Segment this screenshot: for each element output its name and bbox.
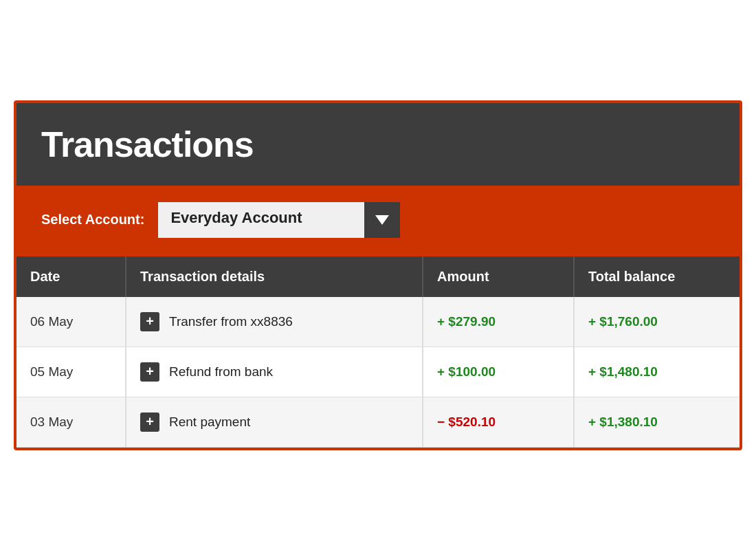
svg-marker-0 bbox=[375, 215, 389, 225]
account-select-wrapper: Everyday Account bbox=[158, 202, 400, 238]
header-transaction-details: Transaction details bbox=[126, 256, 423, 297]
row-2-amount: + $100.00 bbox=[423, 347, 575, 397]
table-row: 06 May + Transfer from xx8836 + $279.90 … bbox=[16, 297, 740, 347]
header-date: Date bbox=[16, 256, 126, 297]
row-1-details-text: Transfer from xx8836 bbox=[169, 314, 293, 329]
row-3-balance: + $1,380.10 bbox=[575, 397, 740, 447]
row-3-balance-value: + $1,380.10 bbox=[588, 415, 658, 430]
row-2-balance: + $1,480.10 bbox=[575, 347, 740, 397]
row-3-details-text: Rent payment bbox=[169, 415, 250, 430]
chevron-down-icon bbox=[375, 215, 389, 225]
plus-icon: + bbox=[140, 362, 159, 382]
row-1-balance-value: + $1,760.00 bbox=[588, 314, 658, 329]
header-total-balance: Total balance bbox=[575, 256, 740, 297]
table-header: Date Transaction details Amount Total ba… bbox=[16, 254, 740, 297]
select-account-label: Select Account: bbox=[41, 212, 144, 228]
row-3-amount: − $520.10 bbox=[423, 397, 575, 447]
account-select-display[interactable]: Everyday Account bbox=[158, 202, 364, 238]
row-1-balance: + $1,760.00 bbox=[575, 297, 740, 346]
transactions-table: Date Transaction details Amount Total ba… bbox=[16, 254, 740, 448]
table-row: 03 May + Rent payment − $520.10 + $1,380… bbox=[16, 397, 740, 448]
page-title: Transactions bbox=[41, 124, 715, 165]
account-select-dropdown-button[interactable] bbox=[364, 202, 400, 238]
row-2-details: + Refund from bank bbox=[126, 347, 423, 397]
row-2-balance-value: + $1,480.10 bbox=[588, 364, 658, 380]
row-2-details-text: Refund from bank bbox=[169, 364, 273, 380]
plus-icon: + bbox=[140, 412, 159, 432]
select-account-section: Select Account: Everyday Account bbox=[16, 186, 740, 254]
row-3-date: 03 May bbox=[16, 397, 126, 447]
header-section: Transactions bbox=[16, 103, 740, 186]
table-row: 05 May + Refund from bank + $100.00 + $1… bbox=[16, 347, 740, 397]
row-1-date: 06 May bbox=[16, 297, 126, 346]
plus-icon: + bbox=[140, 312, 159, 331]
row-1-details: + Transfer from xx8836 bbox=[126, 297, 423, 346]
main-container: Transactions Select Account: Everyday Ac… bbox=[14, 100, 742, 450]
row-1-amount-value: + $279.90 bbox=[437, 314, 496, 329]
row-2-date: 05 May bbox=[16, 347, 126, 397]
row-3-amount-value: − $520.10 bbox=[437, 415, 496, 430]
row-2-amount-value: + $100.00 bbox=[437, 364, 496, 380]
header-amount: Amount bbox=[423, 256, 575, 297]
row-1-amount: + $279.90 bbox=[423, 297, 575, 346]
row-3-details: + Rent payment bbox=[126, 397, 423, 447]
